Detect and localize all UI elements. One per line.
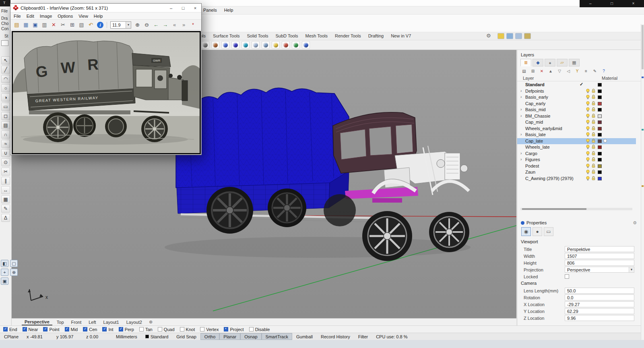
page-tab-icon[interactable]: ▭ [544,227,553,236]
property-value[interactable]: 62.29 [565,308,634,314]
layer-material-swatch[interactable] [598,158,602,162]
osnap-checkbox-knot[interactable] [180,327,184,331]
named-view-icon[interactable]: ▣ [1,278,8,285]
viewport-tab-left[interactable]: Left [86,319,99,325]
layer-lock-icon[interactable] [591,176,596,182]
tab-surface-tools[interactable]: Surface Tools [213,33,239,38]
layer-visibility-bulb-icon[interactable] [586,120,590,125]
wireframe-view-icon[interactable] [221,41,229,49]
patch-icon[interactable]: ∪ [1,149,10,157]
layers-hscrollbar[interactable] [520,208,632,210]
wheel-rear-outer[interactable] [206,187,253,234]
irfanview-maximize-button[interactable]: □ [177,6,189,10]
first-image-icon[interactable]: « [170,21,179,29]
pan-view-icon[interactable]: + [1,269,8,276]
select-pointer-icon[interactable]: ↖ [1,56,10,64]
layer-row[interactable]: Cap_early [517,101,636,107]
status-z-0-00[interactable]: z 0.00 [82,333,112,340]
display-panel-icon[interactable] [506,33,513,39]
irfanview-close-button[interactable]: × [189,6,201,10]
rectangle-icon[interactable]: ▭ [1,103,10,111]
layer-row[interactable]: Wheels_early&mid [517,126,636,132]
menu-panels[interactable]: Panels [203,8,217,12]
gear-red-tool-icon[interactable] [282,41,290,49]
history-tool-icon[interactable] [211,41,219,49]
layer-row[interactable]: C_Awning (2979) (2979) [517,176,636,182]
layer-material-swatch[interactable] [598,139,602,143]
status-ortho[interactable]: Ortho [200,333,220,340]
property-value[interactable]: Perspective▾ [565,267,634,273]
property-value[interactable]: 9.96 [565,315,634,321]
curve-icon[interactable]: ∩ [1,130,10,139]
wheel-rear-inner[interactable] [268,188,306,227]
osnap-checkbox-int[interactable] [102,327,107,331]
osnap-checkbox-disable[interactable] [249,327,254,331]
viewport-max-icon[interactable]: ▢ [10,260,18,267]
expand-arrow-icon[interactable]: › [520,107,522,112]
osnap-checkbox-near[interactable] [23,327,27,331]
swatch-box[interactable] [1,40,8,46]
layer-row[interactable]: Cap_late [517,138,636,145]
columns-icon[interactable]: ≡ [582,68,590,74]
hatch-tab-icon[interactable]: ◆ [533,59,543,66]
layer-row[interactable]: ›Basis_early [517,94,636,101]
layer-visibility-bulb-icon[interactable] [586,126,590,132]
prev-image-icon[interactable]: ← [152,21,160,29]
thumbnails-icon[interactable]: ▦ [22,21,30,29]
layer-row[interactable]: ›Basis_late [517,132,636,138]
settings-gear-icon[interactable]: ⚙ [486,33,491,39]
rendered-view-icon[interactable] [242,41,250,49]
layer-visibility-bulb-icon[interactable] [586,176,590,182]
layer-tools-icon[interactable]: ✎ [591,68,599,74]
scrollbar-thumb[interactable] [642,25,644,69]
osnap-checkbox-point[interactable] [43,327,47,331]
layer-lock-icon[interactable] [591,164,596,169]
irfanview-titlebar[interactable]: Clipboard01 - IrfanView (Zoom: 561 x 371… [10,4,201,12]
osnap-checkbox-mid[interactable] [65,327,69,331]
zoom-out-icon[interactable]: ⊖ [142,21,151,29]
viewport-grid-icon[interactable]: ◧ [1,260,8,267]
expand-arrow-icon[interactable]: › [520,89,522,93]
ghosted-view-icon[interactable] [252,41,260,49]
layer-row[interactable]: ›BM_Chassie [517,113,636,120]
layer-row[interactable]: ›Defpoints [517,88,636,95]
status-gumball[interactable]: Gumball [292,333,317,340]
zoom-view-icon[interactable]: ⊕ [10,269,18,276]
box-icon[interactable]: ◻ [1,112,10,120]
layer-row[interactable]: Zaun [517,169,636,176]
zoom-level-combo[interactable]: 11.9▾ [110,21,131,29]
layer-material-swatch[interactable] [598,89,602,93]
osnap-tan[interactable]: Tan [139,327,153,332]
viewport-tab-layout1[interactable]: Layout1 [101,319,122,325]
help-icon[interactable]: ? [600,68,607,74]
osnap-project[interactable]: Project [224,327,244,332]
layer-row[interactable]: Podest [517,163,636,170]
copy-icon[interactable]: ⊞ [68,21,76,29]
iv-menu-file[interactable]: File [14,14,21,19]
xray-view-icon[interactable] [262,41,270,49]
viewport-tab-top[interactable]: Top [54,319,67,325]
osnap-mid[interactable]: Mid [65,327,78,332]
layer-material-swatch[interactable] [598,120,602,124]
grid-tab-icon[interactable]: ▦ [569,59,580,66]
layer-row[interactable]: Cap_mid [517,119,636,126]
status-y-105-97[interactable]: y 105.97 [52,333,82,340]
layer-lock-icon[interactable] [591,89,596,94]
layer-visibility-bulb-icon[interactable] [586,89,590,94]
snapshot-panel-icon[interactable] [497,33,504,39]
osnap-near[interactable]: Near [23,327,38,332]
iv-menu-image[interactable]: Image [40,14,52,19]
folder-tab-icon[interactable]: ▱ [557,59,568,66]
lock-tool-icon[interactable] [201,41,209,49]
status-grid-snap[interactable]: Grid Snap [172,333,200,340]
layer-lock-icon[interactable] [591,120,596,125]
layer-row[interactable]: ›Cargo [517,151,636,157]
layer-lock-icon[interactable] [591,170,596,175]
menu-help[interactable]: Help [224,8,233,12]
surface-icon[interactable]: ≈ [1,140,10,148]
new-viewport-tab-icon[interactable]: ⊕ [149,319,153,325]
tab-render-tools[interactable]: Render Tools [335,33,361,38]
osnap-point[interactable]: Point [43,327,59,332]
expand-arrow-icon[interactable]: › [520,157,522,162]
osnap-checkbox-quad[interactable] [158,327,162,331]
